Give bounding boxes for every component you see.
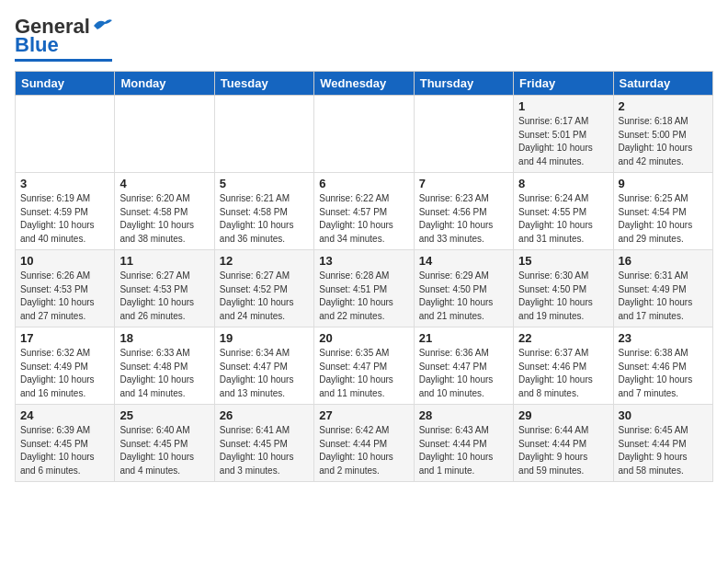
day-info: Sunrise: 6:24 AM Sunset: 4:55 PM Dayligh… [518, 192, 608, 246]
day-number: 26 [220, 408, 309, 422]
calendar-week-row: 1Sunrise: 6:17 AM Sunset: 5:01 PM Daylig… [16, 96, 713, 173]
calendar-cell [314, 96, 414, 173]
day-info: Sunrise: 6:42 AM Sunset: 4:44 PM Dayligh… [319, 424, 408, 477]
day-info: Sunrise: 6:31 AM Sunset: 4:49 PM Dayligh… [619, 270, 708, 323]
calendar-cell: 27Sunrise: 6:42 AM Sunset: 4:44 PM Dayli… [314, 405, 414, 482]
calendar-cell: 12Sunrise: 6:27 AM Sunset: 4:52 PM Dayli… [214, 250, 313, 327]
calendar-cell: 4Sunrise: 6:20 AM Sunset: 4:58 PM Daylig… [115, 173, 214, 250]
day-number: 2 [619, 99, 708, 113]
calendar-cell: 23Sunrise: 6:38 AM Sunset: 4:46 PM Dayli… [613, 327, 712, 405]
day-info: Sunrise: 6:32 AM Sunset: 4:49 PM Dayligh… [20, 347, 109, 400]
calendar-table: SundayMondayTuesdayWednesdayThursdayFrid… [15, 71, 713, 482]
day-info: Sunrise: 6:33 AM Sunset: 4:48 PM Dayligh… [119, 347, 209, 400]
day-number: 30 [619, 408, 708, 422]
day-number: 12 [220, 254, 309, 268]
day-number: 17 [20, 331, 109, 345]
calendar-header-row: SundayMondayTuesdayWednesdayThursdayFrid… [16, 72, 713, 96]
calendar-week-row: 17Sunrise: 6:32 AM Sunset: 4:49 PM Dayli… [16, 327, 713, 405]
calendar-cell: 5Sunrise: 6:21 AM Sunset: 4:58 PM Daylig… [214, 173, 313, 250]
calendar-cell: 2Sunrise: 6:18 AM Sunset: 5:00 PM Daylig… [613, 96, 712, 173]
calendar-cell [414, 96, 513, 173]
day-info: Sunrise: 6:29 AM Sunset: 4:50 PM Dayligh… [419, 270, 508, 323]
day-info: Sunrise: 6:21 AM Sunset: 4:58 PM Dayligh… [220, 192, 309, 246]
day-info: Sunrise: 6:30 AM Sunset: 4:50 PM Dayligh… [518, 270, 608, 323]
logo-blue-text: Blue [15, 33, 59, 57]
day-info: Sunrise: 6:36 AM Sunset: 4:47 PM Dayligh… [419, 347, 508, 400]
day-number: 10 [20, 254, 109, 268]
day-number: 25 [119, 408, 209, 422]
day-info: Sunrise: 6:34 AM Sunset: 4:47 PM Dayligh… [220, 347, 309, 400]
calendar-cell: 19Sunrise: 6:34 AM Sunset: 4:47 PM Dayli… [214, 327, 313, 405]
day-number: 15 [518, 254, 608, 268]
weekday-header-tuesday: Tuesday [214, 72, 313, 96]
calendar-cell: 22Sunrise: 6:37 AM Sunset: 4:46 PM Dayli… [514, 327, 613, 405]
day-info: Sunrise: 6:22 AM Sunset: 4:57 PM Dayligh… [319, 192, 408, 246]
calendar-cell: 17Sunrise: 6:32 AM Sunset: 4:49 PM Dayli… [16, 327, 115, 405]
calendar-cell: 1Sunrise: 6:17 AM Sunset: 5:01 PM Daylig… [514, 96, 613, 173]
weekday-header-wednesday: Wednesday [314, 72, 414, 96]
calendar-cell: 28Sunrise: 6:43 AM Sunset: 4:44 PM Dayli… [414, 405, 513, 482]
day-number: 1 [518, 99, 608, 113]
day-number: 6 [319, 177, 408, 190]
calendar-cell: 10Sunrise: 6:26 AM Sunset: 4:53 PM Dayli… [16, 250, 115, 327]
calendar-cell: 18Sunrise: 6:33 AM Sunset: 4:48 PM Dayli… [115, 327, 214, 405]
day-info: Sunrise: 6:28 AM Sunset: 4:51 PM Dayligh… [319, 270, 408, 323]
calendar-cell [16, 96, 115, 173]
day-number: 24 [20, 408, 109, 422]
day-info: Sunrise: 6:23 AM Sunset: 4:56 PM Dayligh… [419, 192, 508, 246]
day-info: Sunrise: 6:27 AM Sunset: 4:52 PM Dayligh… [220, 270, 309, 323]
day-info: Sunrise: 6:26 AM Sunset: 4:53 PM Dayligh… [20, 270, 109, 323]
day-info: Sunrise: 6:45 AM Sunset: 4:44 PM Dayligh… [619, 424, 708, 477]
calendar-cell: 6Sunrise: 6:22 AM Sunset: 4:57 PM Daylig… [314, 173, 414, 250]
calendar-week-row: 3Sunrise: 6:19 AM Sunset: 4:59 PM Daylig… [16, 173, 713, 250]
day-info: Sunrise: 6:40 AM Sunset: 4:45 PM Dayligh… [119, 424, 209, 477]
day-info: Sunrise: 6:20 AM Sunset: 4:58 PM Dayligh… [119, 192, 209, 246]
day-number: 18 [119, 331, 209, 345]
calendar-cell: 9Sunrise: 6:25 AM Sunset: 4:54 PM Daylig… [613, 173, 712, 250]
calendar-cell: 21Sunrise: 6:36 AM Sunset: 4:47 PM Dayli… [414, 327, 513, 405]
day-number: 23 [619, 331, 708, 345]
calendar-cell: 14Sunrise: 6:29 AM Sunset: 4:50 PM Dayli… [414, 250, 513, 327]
logo: General Blue [15, 15, 112, 62]
day-info: Sunrise: 6:25 AM Sunset: 4:54 PM Dayligh… [619, 192, 708, 246]
day-info: Sunrise: 6:41 AM Sunset: 4:45 PM Dayligh… [220, 424, 309, 477]
day-number: 8 [518, 177, 608, 190]
weekday-header-monday: Monday [115, 72, 214, 96]
day-info: Sunrise: 6:44 AM Sunset: 4:44 PM Dayligh… [518, 424, 608, 477]
calendar-cell: 15Sunrise: 6:30 AM Sunset: 4:50 PM Dayli… [514, 250, 613, 327]
day-info: Sunrise: 6:39 AM Sunset: 4:45 PM Dayligh… [20, 424, 109, 477]
weekday-header-thursday: Thursday [414, 72, 513, 96]
weekday-header-saturday: Saturday [613, 72, 712, 96]
day-number: 7 [419, 177, 508, 190]
day-number: 19 [220, 331, 309, 345]
calendar-cell: 8Sunrise: 6:24 AM Sunset: 4:55 PM Daylig… [514, 173, 613, 250]
calendar-cell: 30Sunrise: 6:45 AM Sunset: 4:44 PM Dayli… [613, 405, 712, 482]
logo-bird-icon [92, 17, 112, 33]
calendar-week-row: 24Sunrise: 6:39 AM Sunset: 4:45 PM Dayli… [16, 405, 713, 482]
day-number: 22 [518, 331, 608, 345]
day-number: 16 [619, 254, 708, 268]
day-number: 28 [419, 408, 508, 422]
calendar-cell: 13Sunrise: 6:28 AM Sunset: 4:51 PM Dayli… [314, 250, 414, 327]
calendar-cell: 24Sunrise: 6:39 AM Sunset: 4:45 PM Dayli… [16, 405, 115, 482]
day-info: Sunrise: 6:35 AM Sunset: 4:47 PM Dayligh… [319, 347, 408, 400]
day-number: 3 [20, 177, 109, 190]
calendar-cell: 29Sunrise: 6:44 AM Sunset: 4:44 PM Dayli… [514, 405, 613, 482]
day-info: Sunrise: 6:38 AM Sunset: 4:46 PM Dayligh… [619, 347, 708, 400]
calendar-cell [214, 96, 313, 173]
day-info: Sunrise: 6:18 AM Sunset: 5:00 PM Dayligh… [619, 115, 708, 168]
day-number: 11 [119, 254, 209, 268]
day-info: Sunrise: 6:17 AM Sunset: 5:01 PM Dayligh… [518, 115, 608, 168]
day-number: 13 [319, 254, 408, 268]
day-info: Sunrise: 6:27 AM Sunset: 4:53 PM Dayligh… [119, 270, 209, 323]
day-number: 4 [119, 177, 209, 190]
day-info: Sunrise: 6:43 AM Sunset: 4:44 PM Dayligh… [419, 424, 508, 477]
day-number: 5 [220, 177, 309, 190]
calendar-cell: 3Sunrise: 6:19 AM Sunset: 4:59 PM Daylig… [16, 173, 115, 250]
day-info: Sunrise: 6:37 AM Sunset: 4:46 PM Dayligh… [518, 347, 608, 400]
calendar-cell: 7Sunrise: 6:23 AM Sunset: 4:56 PM Daylig… [414, 173, 513, 250]
weekday-header-friday: Friday [514, 72, 613, 96]
day-number: 20 [319, 331, 408, 345]
calendar-cell: 25Sunrise: 6:40 AM Sunset: 4:45 PM Dayli… [115, 405, 214, 482]
day-number: 29 [518, 408, 608, 422]
